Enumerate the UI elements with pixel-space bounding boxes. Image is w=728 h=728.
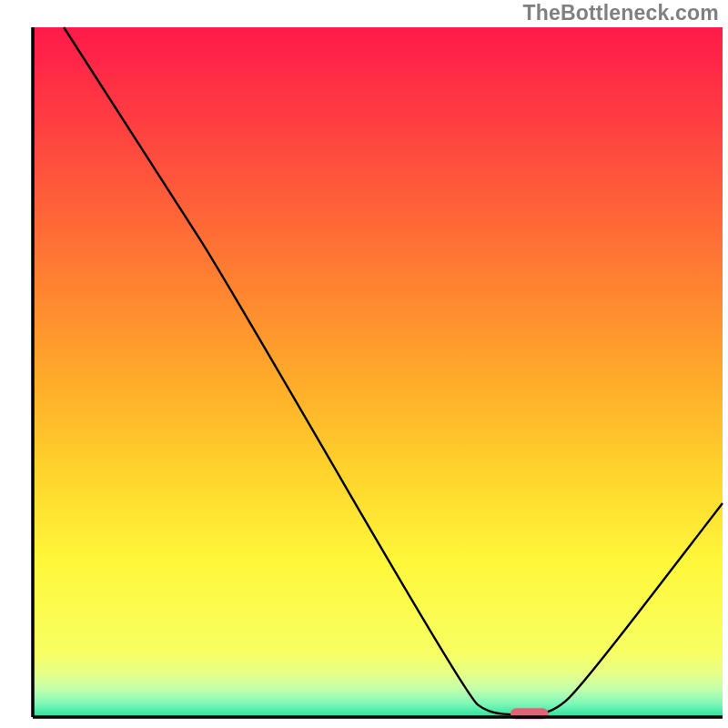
plot-background bbox=[33, 27, 723, 717]
chart-svg bbox=[0, 0, 728, 728]
chart-container: TheBottleneck.com bbox=[0, 0, 728, 728]
watermark-text: TheBottleneck.com bbox=[522, 1, 719, 25]
